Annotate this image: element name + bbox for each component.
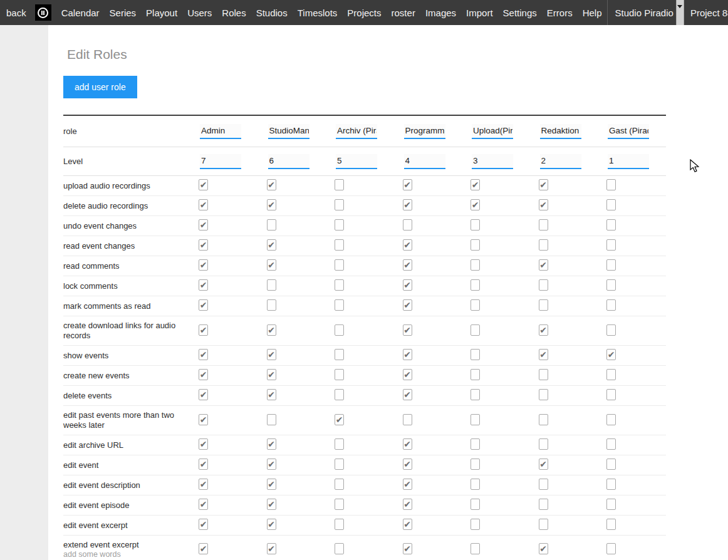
permission-checkbox[interactable]: [335, 239, 344, 251]
permission-checkbox[interactable]: [539, 438, 548, 450]
role-level-input[interactable]: [336, 154, 377, 169]
permission-checkbox[interactable]: [606, 438, 616, 450]
nav-item-timeslots[interactable]: Timeslots: [293, 8, 343, 18]
permission-checkbox[interactable]: [267, 414, 276, 425]
add-user-role-button[interactable]: add user role: [63, 76, 137, 98]
studio-selector[interactable]: Studio Piradio: [611, 8, 676, 18]
permission-checkbox[interactable]: [606, 259, 616, 271]
piradio-logo-icon[interactable]: [35, 4, 51, 21]
permission-checkbox[interactable]: [335, 479, 344, 490]
permission-checkbox[interactable]: [199, 543, 208, 554]
permission-checkbox[interactable]: [606, 279, 616, 291]
permission-checkbox[interactable]: [471, 199, 480, 210]
permission-checkbox[interactable]: [335, 519, 344, 530]
permission-checkbox[interactable]: [267, 349, 276, 360]
permission-checkbox[interactable]: [471, 438, 480, 450]
permission-checkbox[interactable]: [403, 199, 412, 210]
permission-checkbox[interactable]: [335, 199, 344, 210]
permission-checkbox[interactable]: [403, 543, 412, 554]
permission-checkbox[interactable]: [267, 324, 276, 336]
permission-checkbox[interactable]: [606, 414, 616, 425]
permission-checkbox[interactable]: [199, 324, 208, 336]
permission-checkbox[interactable]: [606, 179, 616, 190]
permission-checkbox[interactable]: [199, 279, 208, 291]
permission-checkbox[interactable]: [267, 369, 276, 380]
permission-checkbox[interactable]: [335, 414, 344, 425]
nav-item-users[interactable]: Users: [182, 8, 217, 18]
permission-checkbox[interactable]: [539, 519, 548, 530]
permission-checkbox[interactable]: [335, 369, 344, 380]
permission-checkbox[interactable]: [606, 479, 616, 490]
role-level-input[interactable]: [404, 154, 445, 169]
permission-checkbox[interactable]: [335, 543, 344, 554]
permission-checkbox[interactable]: [539, 479, 548, 490]
permission-checkbox[interactable]: [471, 279, 480, 291]
permission-checkbox[interactable]: [267, 543, 276, 554]
role-level-input[interactable]: [200, 154, 241, 169]
permission-checkbox[interactable]: [539, 199, 548, 210]
permission-checkbox[interactable]: [335, 459, 344, 470]
permission-checkbox[interactable]: [606, 219, 616, 231]
permission-checkbox[interactable]: [606, 459, 616, 470]
permission-checkbox[interactable]: [471, 259, 480, 271]
permission-checkbox[interactable]: [606, 349, 616, 360]
role-name-input[interactable]: [540, 124, 581, 139]
nav-item-errors[interactable]: Errors: [542, 8, 578, 18]
permission-checkbox[interactable]: [403, 259, 412, 271]
permission-checkbox[interactable]: [539, 369, 548, 380]
permission-checkbox[interactable]: [199, 389, 208, 400]
nav-item-help[interactable]: Help: [578, 8, 607, 18]
permission-checkbox[interactable]: [335, 299, 344, 311]
permission-checkbox[interactable]: [539, 259, 548, 271]
nav-item-settings[interactable]: Settings: [498, 8, 542, 18]
role-name-input[interactable]: [336, 124, 377, 139]
permission-checkbox[interactable]: [199, 349, 208, 360]
role-name-input[interactable]: [608, 124, 649, 139]
permission-checkbox[interactable]: [471, 389, 480, 400]
permission-checkbox[interactable]: [471, 324, 480, 336]
permission-checkbox[interactable]: [267, 219, 276, 231]
nav-item-images[interactable]: Images: [420, 8, 461, 18]
permission-checkbox[interactable]: [199, 519, 208, 530]
permission-checkbox[interactable]: [471, 499, 480, 510]
permission-checkbox[interactable]: [199, 499, 208, 510]
permission-checkbox[interactable]: [471, 519, 480, 530]
permission-checkbox[interactable]: [539, 324, 548, 336]
permission-checkbox[interactable]: [335, 349, 344, 360]
permission-checkbox[interactable]: [471, 369, 480, 380]
permission-checkbox[interactable]: [606, 324, 616, 336]
permission-checkbox[interactable]: [267, 299, 276, 311]
permission-checkbox[interactable]: [335, 389, 344, 400]
permission-checkbox[interactable]: [335, 259, 344, 271]
permission-checkbox[interactable]: [606, 199, 616, 210]
permission-checkbox[interactable]: [403, 349, 412, 360]
permission-checkbox[interactable]: [403, 438, 412, 450]
nav-item-playout[interactable]: Playout: [141, 8, 182, 18]
permission-checkbox[interactable]: [335, 499, 344, 510]
nav-item-roles[interactable]: Roles: [217, 8, 251, 18]
permission-checkbox[interactable]: [403, 389, 412, 400]
permission-checkbox[interactable]: [471, 414, 480, 425]
permission-checkbox[interactable]: [267, 519, 276, 530]
permission-checkbox[interactable]: [199, 259, 208, 271]
permission-checkbox[interactable]: [267, 479, 276, 490]
permission-checkbox[interactable]: [199, 219, 208, 231]
permission-checkbox[interactable]: [335, 219, 344, 231]
nav-item-calendar[interactable]: Calendar: [56, 8, 105, 18]
permission-checkbox[interactable]: [199, 459, 208, 470]
permission-checkbox[interactable]: [539, 499, 548, 510]
permission-checkbox[interactable]: [539, 299, 548, 311]
role-name-input[interactable]: [404, 124, 445, 139]
nav-item-roster[interactable]: roster: [387, 8, 420, 18]
permission-checkbox[interactable]: [267, 438, 276, 450]
permission-checkbox[interactable]: [471, 479, 480, 490]
permission-checkbox[interactable]: [199, 414, 208, 425]
permission-checkbox[interactable]: [199, 299, 208, 311]
permission-checkbox[interactable]: [539, 414, 548, 425]
permission-checkbox[interactable]: [539, 543, 548, 554]
permission-checkbox[interactable]: [403, 499, 412, 510]
permission-checkbox[interactable]: [471, 179, 480, 190]
permission-checkbox[interactable]: [403, 239, 412, 251]
permission-checkbox[interactable]: [471, 299, 480, 311]
permission-checkbox[interactable]: [403, 179, 412, 190]
